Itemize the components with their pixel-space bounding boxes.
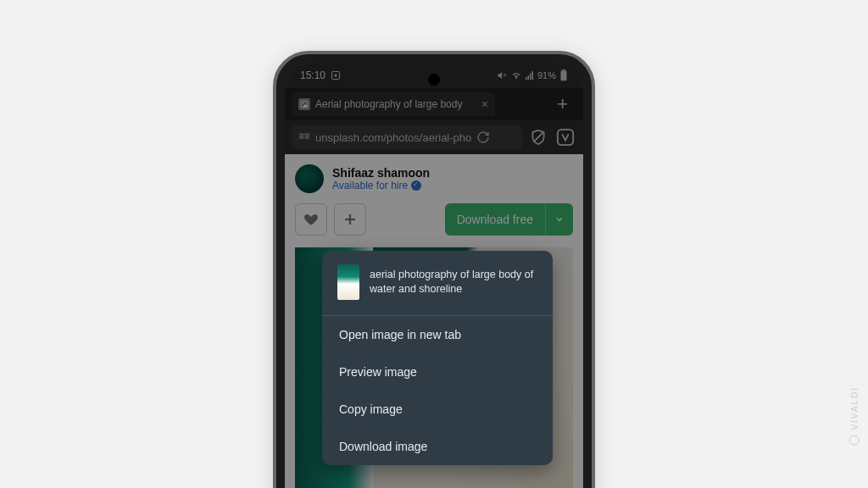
svg-point-1 [335, 75, 337, 77]
svg-rect-8 [562, 69, 565, 70]
phone-frame: 15:10 91% Aerial photography of large bo… [273, 51, 595, 488]
vivaldi-menu-icon[interactable] [554, 126, 576, 148]
svg-rect-5 [527, 75, 529, 80]
site-settings-icon[interactable] [298, 131, 310, 143]
svg-line-16 [533, 132, 543, 142]
author-name: Shifaaz shamoon [332, 166, 430, 180]
svg-rect-6 [530, 74, 531, 80]
download-label: Download free [445, 213, 545, 226]
context-item-copy[interactable]: Copy image [322, 391, 553, 428]
download-options-button[interactable] [545, 203, 573, 236]
tab-close-icon[interactable]: × [481, 97, 488, 111]
status-battery: 91% [537, 70, 556, 80]
tab-bar: Aerial photography of large body × + [285, 88, 583, 120]
chevron-down-icon [554, 214, 565, 225]
svg-rect-13 [300, 136, 303, 138]
svg-rect-9 [561, 70, 567, 80]
tab-title: Aerial photography of large body [315, 98, 476, 110]
avatar[interactable] [295, 164, 324, 193]
plus-icon [342, 212, 358, 227]
screenshot-icon [331, 70, 341, 80]
context-item-preview[interactable]: Preview image [322, 353, 553, 391]
shield-icon[interactable] [527, 126, 549, 148]
like-button[interactable] [295, 203, 327, 236]
new-tab-button[interactable]: + [548, 93, 576, 115]
status-time: 15:10 [300, 69, 326, 81]
phone-side-button-right [594, 207, 595, 300]
svg-rect-15 [305, 136, 309, 138]
context-item-open-new-tab[interactable]: Open image in new tab [322, 316, 553, 353]
svg-rect-4 [526, 77, 527, 80]
watermark: VIVALDI [849, 386, 860, 446]
add-button[interactable] [334, 203, 366, 236]
context-thumbnail [337, 264, 359, 300]
author-hire-link[interactable]: Available for hire [332, 180, 430, 191]
context-item-download[interactable]: Download image [322, 428, 553, 465]
phone-side-button-left [273, 190, 274, 249]
svg-rect-12 [300, 134, 303, 136]
svg-point-11 [303, 103, 304, 104]
url-text: unsplash.com/photos/aerial-pho [315, 131, 471, 144]
wifi-icon [510, 70, 522, 80]
browser-tab[interactable]: Aerial photography of large body × [292, 92, 495, 116]
svg-rect-7 [531, 71, 533, 80]
url-bar-row: unsplash.com/photos/aerial-pho [285, 120, 583, 154]
mute-icon [497, 70, 507, 80]
watermark-icon [849, 435, 860, 446]
svg-rect-14 [305, 134, 309, 136]
context-title: aerial photography of large body of wate… [370, 268, 537, 297]
author-row[interactable]: Shifaaz shamoon Available for hire [295, 164, 573, 193]
svg-rect-17 [558, 130, 573, 145]
tab-favicon-icon [298, 98, 310, 110]
url-bar[interactable]: unsplash.com/photos/aerial-pho [292, 125, 522, 149]
signal-icon [526, 70, 534, 80]
phone-screen: 15:10 91% Aerial photography of large bo… [285, 63, 583, 488]
action-row: Download free [295, 203, 573, 236]
download-button[interactable]: Download free [445, 203, 573, 236]
camera-hole [428, 74, 440, 86]
context-menu-header: aerial photography of large body of wate… [322, 251, 553, 316]
heart-icon [303, 212, 319, 227]
context-menu: aerial photography of large body of wate… [322, 251, 553, 465]
verified-icon [411, 180, 421, 191]
reload-icon[interactable] [476, 130, 490, 144]
battery-icon [559, 69, 568, 81]
